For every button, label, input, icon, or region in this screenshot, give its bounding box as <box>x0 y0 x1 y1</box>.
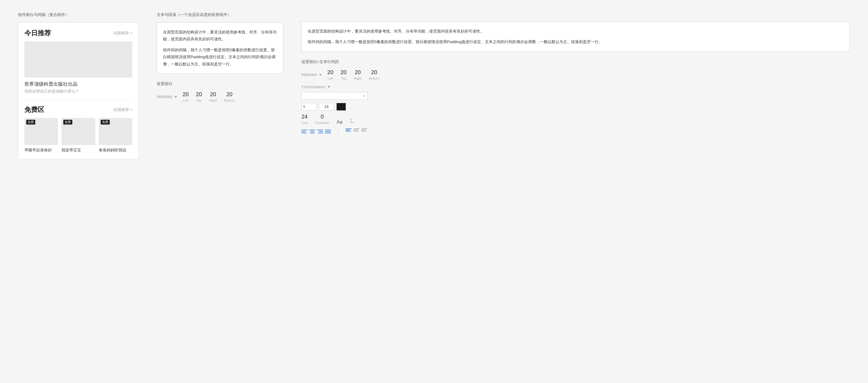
list-item: 免费 爸爸妈妈听我说 <box>99 118 132 153</box>
right-settings-title: 设置留白+文本行间距 <box>301 59 850 64</box>
aa-icon: Aa <box>337 119 343 125</box>
stepper-down-icon[interactable] <box>303 107 305 108</box>
para-align-middle-icon[interactable] <box>353 128 360 131</box>
char-spacing-label: Character <box>315 121 330 124</box>
free-item-image-2: 免费 <box>99 118 132 145</box>
right-panel: 在原型页面的结构设计中，要灵活的使用参考线、对齐、分布等功能，使页面内容具有良好… <box>301 12 850 135</box>
t-strikethrough-icon: T <box>350 117 355 125</box>
right-padding-left-label: Left <box>328 77 333 80</box>
typography-dropdown-icon[interactable] <box>328 86 330 88</box>
char-spacing-metric: 0 Character <box>315 114 330 125</box>
para-align-bottom-icon[interactable] <box>361 128 367 131</box>
right-padding-right-item: 20 Right <box>354 69 362 81</box>
free-badge-1: 免费 <box>63 120 72 124</box>
free-item-name-1: 我是乖宝宝 <box>61 147 95 153</box>
free-item-image-0: 免费 <box>24 118 58 145</box>
free-badge-2: 免费 <box>101 120 110 124</box>
right-padding-left-item: 20 Left <box>327 69 333 81</box>
right-padding-right-label: Right <box>354 77 362 80</box>
middle-padding-values: 20 Left 20 Top 20 Right 20 Bottom <box>183 91 235 102</box>
middle-padding-row: PADDING 20 Left 20 Top 20 Right <box>157 91 283 102</box>
free-item-name-2: 爸爸妈妈听我说 <box>99 147 132 153</box>
middle-text-p1: 在原型页面的结构设计中，要灵活的使用参考线、对齐、分布等功能，使页面内容具有良好… <box>163 29 277 43</box>
right-padding-bottom-value: 20 <box>369 69 379 76</box>
today-rec-desc-title: 世界顶级科普出版社出品 <box>24 81 132 87</box>
font-size-value: 14 <box>324 104 329 109</box>
list-item: 免费 早睡早起身体好 <box>24 118 58 153</box>
padding-left-item: 20 Left <box>183 91 189 102</box>
today-rec-title: 今日推荐 <box>24 29 51 38</box>
padding-top-label: Top <box>196 98 202 102</box>
right-padding-left-value: 20 <box>327 69 333 76</box>
dropdown-chevron-icon <box>363 94 366 97</box>
free-badge-0: 免费 <box>26 120 35 124</box>
right-padding-top-item: 20 Top <box>341 69 347 81</box>
middle-padding-section: 设置留白 PADDING 20 Left 20 Top 20 <box>157 81 283 102</box>
padding-top-item: 20 Top <box>196 91 202 102</box>
right-padding-label: PADDING <box>301 73 322 77</box>
padding-right-value: 20 <box>209 91 217 98</box>
padding-dropdown-icon[interactable] <box>175 96 177 98</box>
padding-bottom-value: 20 <box>224 91 235 98</box>
color-swatch[interactable] <box>336 103 346 111</box>
right-text-p2: 组件间的间隔，我个人习惯一般是按照5像素的倍数进行设置。留白根据情况使用Padd… <box>308 38 844 45</box>
padding-left-value: 20 <box>183 91 189 98</box>
text-align-group <box>301 128 331 135</box>
free-item-name-0: 早睡早起身体好 <box>24 147 58 153</box>
line-height-value: 24 <box>301 114 308 120</box>
alignment-section <box>301 128 850 135</box>
middle-panel: 文本与段落（一个自适应高度的矩形组件） 在原型页面的结构设计中，要灵活的使用参考… <box>157 12 283 102</box>
para-align-top-icon[interactable] <box>346 128 352 131</box>
right-padding-label-text: PADDING <box>301 73 317 77</box>
padding-right-item: 20 Right <box>209 91 217 102</box>
font-size-stepper[interactable] <box>301 103 316 111</box>
right-padding-values: 20 Left 20 Top 20 Right 20 Bottom <box>327 69 379 81</box>
right-padding-top-value: 20 <box>341 69 347 76</box>
font-size-input[interactable]: 14 <box>319 103 334 111</box>
padding-label-text: PADDING <box>157 95 173 98</box>
free-zone-header: 免费区 往期推荐 > <box>24 105 132 114</box>
line-height-label: Line <box>301 121 308 124</box>
today-rec-image <box>24 41 132 78</box>
middle-section-title: 文本与段落（一个自适应高度的矩形组件） <box>157 12 283 18</box>
card-container: 今日推荐 往期推荐 > 世界顶级科普出版社出品 你想证明自己的是动物大师么？ 免… <box>18 22 138 159</box>
svg-text:T: T <box>350 118 352 123</box>
padding-right-label: Right <box>209 98 217 102</box>
right-padding-bottom-item: 20 Bottom <box>369 69 379 81</box>
free-zone-link[interactable]: 往期推荐 > <box>113 107 132 113</box>
text-style-icon: T <box>350 117 355 123</box>
left-title-text: 组件留白与间隔（复合组件） <box>18 12 69 17</box>
line-height-metric: 24 Line <box>301 114 308 125</box>
free-zone-section: 免费区 往期推荐 > 免费 早睡早起身体好 免费 我是乖宝宝 <box>24 105 132 153</box>
font-dropdown[interactable] <box>301 92 368 100</box>
right-padding-dropdown-icon[interactable] <box>319 74 321 76</box>
font-size-row: 14 <box>301 103 850 111</box>
padding-bottom-label: Bottom <box>224 98 235 102</box>
right-settings-section: 设置留白+文本行间距 PADDING 20 Left 20 Top <box>301 59 850 135</box>
left-section-title: 组件留白与间隔（复合组件） <box>18 12 138 18</box>
align-justify-icon[interactable] <box>325 128 331 135</box>
stepper-up-icon[interactable] <box>303 105 305 107</box>
middle-text-box: 在原型页面的结构设计中，要灵活的使用参考线、对齐、分布等功能，使页面内容具有良好… <box>157 22 283 74</box>
stepper-arrows[interactable] <box>303 105 305 108</box>
typography-label-text: TYPOGRAPHY <box>301 85 326 89</box>
align-right-icon[interactable] <box>317 128 323 135</box>
today-rec-link[interactable]: 往期推荐 > <box>113 30 132 36</box>
list-item: 免费 我是乖宝宝 <box>61 118 95 153</box>
align-center-icon[interactable] <box>309 128 315 135</box>
middle-padding-label: PADDING <box>157 95 178 98</box>
right-text-p1: 在原型页面的结构设计中，要灵活的使用参考线、对齐、分布等功能，使页面内容具有良好… <box>308 28 844 35</box>
align-left-icon[interactable] <box>301 128 307 135</box>
right-padding-top-label: Top <box>341 77 346 80</box>
padding-bottom-item: 20 Bottom <box>224 91 235 102</box>
right-padding-right-value: 20 <box>354 69 362 76</box>
font-dropdown-row <box>301 92 850 100</box>
today-rec-header: 今日推荐 往期推荐 > <box>24 29 132 38</box>
padding-left-label: Left <box>183 98 188 102</box>
left-panel: 组件留白与间隔（复合组件） 今日推荐 往期推荐 > 世界顶级科普出版社出品 你想… <box>18 12 138 159</box>
middle-text-p2: 组件间的间隔，我个人习惯一般是按照5像素的倍数进行设置。留白根据情况使用Padd… <box>163 47 277 67</box>
padding-top-value: 20 <box>196 91 202 98</box>
middle-title-text: 文本与段落（一个自适应高度的矩形组件） <box>157 12 231 17</box>
free-item-image-1: 免费 <box>61 118 95 145</box>
right-padding-row: PADDING 20 Left 20 Top 20 Right <box>301 69 850 81</box>
